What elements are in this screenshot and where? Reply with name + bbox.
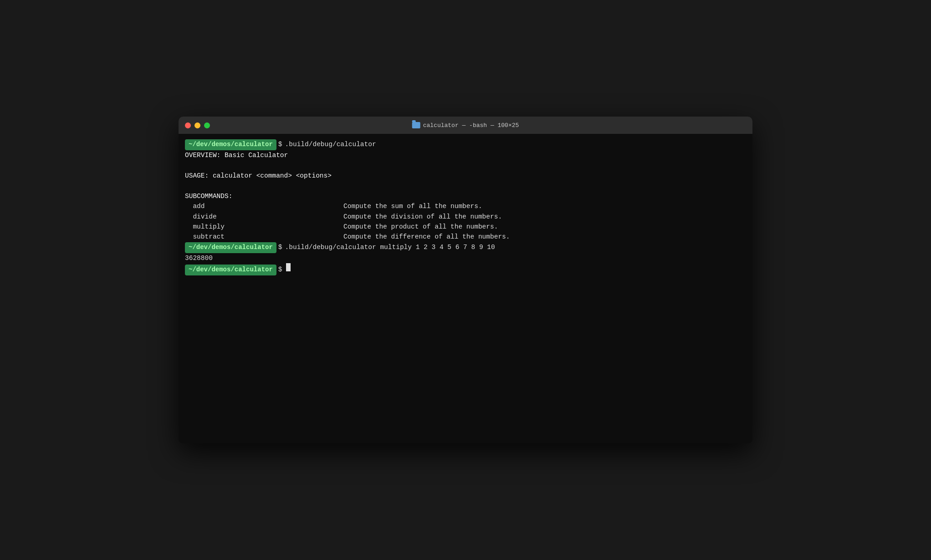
result-line: 3628800 <box>185 253 746 263</box>
subcmd-name-divide: divide <box>185 212 343 222</box>
subcommand-subtract: subtract Compute the difference of all t… <box>185 232 746 242</box>
window-title-area: calculator — -bash — 100×25 <box>412 122 519 129</box>
subcommand-divide: divide Compute the division of all the n… <box>185 212 746 222</box>
empty-line-1 <box>185 160 746 170</box>
window-title: calculator — -bash — 100×25 <box>423 122 519 129</box>
command-1-text: .build/debug/calculator <box>285 139 376 149</box>
subcommand-add: add Compute the sum of all the numbers. <box>185 201 746 211</box>
command-line-3: ~/dev/demos/calculator $ <box>185 263 746 275</box>
close-button[interactable] <box>185 122 191 128</box>
subcommands-label: SUBCOMMANDS: <box>185 191 232 201</box>
subcommand-multiply: multiply Compute the product of all the … <box>185 222 746 232</box>
traffic-lights <box>185 122 210 128</box>
empty-line-2 <box>185 181 746 191</box>
overview-line: OVERVIEW: Basic Calculator <box>185 150 746 160</box>
command-line-1: ~/dev/demos/calculator $ .build/debug/ca… <box>185 139 746 150</box>
command-line-2: ~/dev/demos/calculator $ .build/debug/ca… <box>185 242 746 253</box>
subcmd-name-subtract: subtract <box>185 232 343 242</box>
maximize-button[interactable] <box>204 122 210 128</box>
prompt-dollar-2: $ <box>278 242 282 252</box>
folder-icon <box>412 122 420 128</box>
command-2-text: .build/debug/calculator multiply 1 2 3 4… <box>285 242 495 252</box>
prompt-badge-2: ~/dev/demos/calculator <box>185 242 276 253</box>
terminal-window: calculator — -bash — 100×25 ~/dev/demos/… <box>179 117 752 443</box>
result-value: 3628800 <box>185 253 213 263</box>
subcommands-header-line: SUBCOMMANDS: <box>185 191 746 201</box>
terminal-body[interactable]: ~/dev/demos/calculator $ .build/debug/ca… <box>179 134 752 443</box>
prompt-badge-1: ~/dev/demos/calculator <box>185 139 276 150</box>
usage-text: USAGE: calculator <command> <options> <box>185 171 332 181</box>
subcmd-desc-subtract: Compute the difference of all the number… <box>343 232 510 242</box>
subcmd-name-add: add <box>185 201 343 211</box>
usage-line: USAGE: calculator <command> <options> <box>185 171 746 181</box>
prompt-dollar-3: $ <box>278 265 282 275</box>
prompt-dollar-1: $ <box>278 139 282 149</box>
subcmd-name-multiply: multiply <box>185 222 343 232</box>
prompt-badge-3: ~/dev/demos/calculator <box>185 265 276 275</box>
subcmd-desc-divide: Compute the division of all the numbers. <box>343 212 502 222</box>
titlebar: calculator — -bash — 100×25 <box>179 117 752 134</box>
minimize-button[interactable] <box>194 122 200 128</box>
cursor-blink <box>286 263 291 271</box>
subcmd-desc-multiply: Compute the product of all the numbers. <box>343 222 498 232</box>
overview-label: OVERVIEW: Basic Calculator <box>185 150 288 160</box>
subcmd-desc-add: Compute the sum of all the numbers. <box>343 201 482 211</box>
